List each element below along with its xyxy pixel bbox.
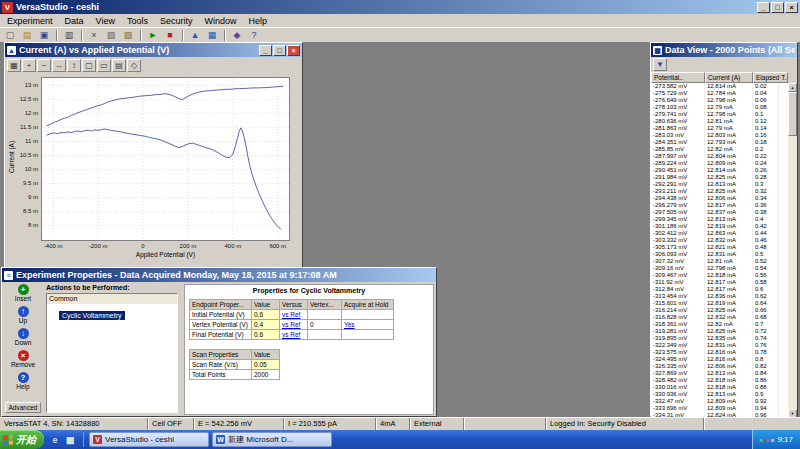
- advanced-button[interactable]: Advanced: [4, 396, 42, 414]
- column-header[interactable]: Elapsed T...: [753, 72, 788, 83]
- table-row[interactable]: -307.32 mV12.81 mA0.52: [651, 258, 797, 265]
- actions-listbox[interactable]: Common Cyclic Voltammetry: [46, 293, 178, 413]
- tray-status-icon-3[interactable]: ■: [771, 436, 775, 444]
- scroll-up-button[interactable]: ▲: [788, 83, 797, 92]
- task-word-document[interactable]: W新建 Microsoft D...: [212, 432, 332, 447]
- table-row[interactable]: -303.332 mV12.832 mA0.46: [651, 237, 797, 244]
- start-button[interactable]: 开始: [0, 430, 44, 449]
- chart-close-button[interactable]: ×: [287, 45, 300, 56]
- main-titlebar[interactable]: V VersaStudio - ceshi _ □ ×: [0, 0, 800, 14]
- table-row[interactable]: -319.281 mV12.825 mA0.72: [651, 328, 797, 335]
- menu-window[interactable]: Window: [198, 15, 242, 27]
- minimize-button[interactable]: _: [757, 2, 770, 13]
- table-row[interactable]: -299.345 mV12.813 mA0.4: [651, 216, 797, 223]
- table-row[interactable]: -330.936 mV12.813 mA0.9: [651, 391, 797, 398]
- menu-tools[interactable]: Tools: [121, 15, 154, 27]
- grid-icon[interactable]: ▦: [7, 59, 21, 72]
- table-row[interactable]: -285.85 mV12.82 mA0.2: [651, 146, 797, 153]
- table-row[interactable]: -275.729 mV12.784 mA0.04: [651, 90, 797, 97]
- table-row[interactable]: -315.601 mV12.819 mA0.64: [651, 300, 797, 307]
- menu-view[interactable]: View: [90, 15, 121, 27]
- plot-area[interactable]: [41, 77, 290, 241]
- properties-icon[interactable]: ◆: [229, 29, 245, 42]
- table-row[interactable]: -323.575 mV12.816 mA0.78: [651, 349, 797, 356]
- versus-link[interactable]: vs Ref: [280, 310, 308, 320]
- menu-security[interactable]: Security: [154, 15, 199, 27]
- open-icon[interactable]: ▤: [19, 29, 35, 42]
- filter-icon[interactable]: ▼: [653, 58, 667, 71]
- property-value[interactable]: 0.05: [252, 360, 280, 370]
- table-row[interactable]: -278.103 mV12.79 mA0.08: [651, 104, 797, 111]
- table-row[interactable]: -289.224 mV12.809 mA0.24: [651, 160, 797, 167]
- action-item-cyclic-voltammetry[interactable]: Cyclic Voltammetry: [59, 311, 125, 320]
- table-row[interactable]: -330.016 mV12.818 mA0.88: [651, 384, 797, 391]
- internet-explorer-icon[interactable]: e: [49, 434, 61, 446]
- properties-titlebar[interactable]: ≡ Experiment Properties - Data Acquired …: [2, 268, 436, 282]
- table-row[interactable]: -287.997 mV12.804 mA0.22: [651, 153, 797, 160]
- table-row[interactable]: -280.636 mV12.81 mA0.12: [651, 118, 797, 125]
- pan-horizontal-icon[interactable]: ↔: [52, 59, 66, 72]
- save-icon[interactable]: ▣: [36, 29, 52, 42]
- property-value[interactable]: 0.6: [252, 330, 280, 340]
- vertex-value[interactable]: [308, 330, 342, 340]
- pan-vertical-icon[interactable]: ↕: [67, 59, 81, 72]
- chart-titlebar[interactable]: ▲ Current (A) vs Applied Potential (V) _…: [5, 43, 302, 57]
- down-button[interactable]: ↓Down: [4, 328, 42, 347]
- table-row[interactable]: -309.467 mV12.818 mA0.56: [651, 272, 797, 279]
- table-row[interactable]: -293.211 mV12.825 mA0.32: [651, 188, 797, 195]
- table-row[interactable]: -301.186 mV12.819 mA0.42: [651, 223, 797, 230]
- versus-link[interactable]: vs Ref: [280, 320, 308, 330]
- paste-icon[interactable]: ▨: [120, 29, 136, 42]
- data-view-icon[interactable]: ▦: [204, 29, 220, 42]
- table-row[interactable]: -327.869 mV12.813 mA0.84: [651, 370, 797, 377]
- table-row[interactable]: -296.279 mV12.817 mA0.36: [651, 202, 797, 209]
- show-desktop-icon[interactable]: ▦: [64, 434, 76, 446]
- new-experiment-icon[interactable]: ▢: [2, 29, 18, 42]
- action-group-common[interactable]: Common: [47, 294, 177, 304]
- help-button[interactable]: ?Help: [4, 372, 42, 391]
- table-row[interactable]: -291.984 mV12.825 mA0.28: [651, 174, 797, 181]
- stop-icon[interactable]: ■: [162, 29, 178, 42]
- table-row[interactable]: -306.093 mV12.831 mA0.5: [651, 251, 797, 258]
- table-row[interactable]: -279.741 mV12.798 mA0.1: [651, 111, 797, 118]
- table-row[interactable]: -292.291 mV12.813 mA0.3: [651, 181, 797, 188]
- scroll-down-button[interactable]: ▼: [788, 409, 797, 417]
- table-row[interactable]: -273.582 mV12.814 mA0.02: [651, 83, 797, 90]
- table-row[interactable]: -312.84 mV12.817 mA0.6: [651, 286, 797, 293]
- table-row[interactable]: -333.696 mV12.809 mA0.94: [651, 405, 797, 412]
- table-row[interactable]: -316.214 mV12.825 mA0.66: [651, 307, 797, 314]
- table-row[interactable]: -332.47 mV12.809 mA0.92: [651, 398, 797, 405]
- table-row[interactable]: -302.412 mV12.863 mA0.44: [651, 230, 797, 237]
- insert-button[interactable]: +Insert: [4, 284, 42, 303]
- chart-minimize-button[interactable]: _: [259, 45, 272, 56]
- table-row[interactable]: -328.482 mV12.818 mA0.86: [651, 377, 797, 384]
- table-row[interactable]: -319.895 mV12.835 mA0.74: [651, 335, 797, 342]
- table-row[interactable]: -316.828 mV12.832 mA0.68: [651, 314, 797, 321]
- column-header[interactable]: Current (A): [705, 72, 753, 83]
- table-row[interactable]: -297.505 mV12.837 mA0.38: [651, 209, 797, 216]
- data-view-titlebar[interactable]: ▦ Data View - 2000 Points (All Se...: [651, 43, 797, 57]
- scroll-thumb[interactable]: [788, 92, 797, 136]
- table-row[interactable]: -276.649 mV12.798 mA0.06: [651, 97, 797, 104]
- copy-icon[interactable]: ▧: [103, 29, 119, 42]
- up-button[interactable]: ↑Up: [4, 306, 42, 325]
- menu-data[interactable]: Data: [59, 15, 90, 27]
- property-value[interactable]: 0.4: [252, 320, 280, 330]
- table-row[interactable]: -326.335 mV12.806 mA0.82: [651, 363, 797, 370]
- property-value[interactable]: 2000: [252, 370, 280, 380]
- help-icon[interactable]: ?: [246, 29, 262, 42]
- vertex-value[interactable]: [308, 310, 342, 320]
- table-row[interactable]: -318.361 mV12.82 mA0.7: [651, 321, 797, 328]
- table-row[interactable]: -311.92 mV12.817 mA0.58: [651, 279, 797, 286]
- zoom-in-icon[interactable]: +: [22, 59, 36, 72]
- table-row[interactable]: -305.173 mV12.821 mA0.48: [651, 244, 797, 251]
- column-header[interactable]: Potential..: [651, 72, 705, 83]
- menu-help[interactable]: Help: [242, 15, 273, 27]
- table-row[interactable]: -322.349 mV12.831 mA0.76: [651, 342, 797, 349]
- print-chart-icon[interactable]: ▤: [112, 59, 126, 72]
- acquire-link[interactable]: Yes: [342, 320, 394, 330]
- close-button[interactable]: ×: [785, 2, 798, 13]
- print-icon[interactable]: ▥: [61, 29, 77, 42]
- task-versastudio[interactable]: VVersaStudio - ceshi: [89, 432, 209, 447]
- chart-properties-icon[interactable]: ◇: [127, 59, 141, 72]
